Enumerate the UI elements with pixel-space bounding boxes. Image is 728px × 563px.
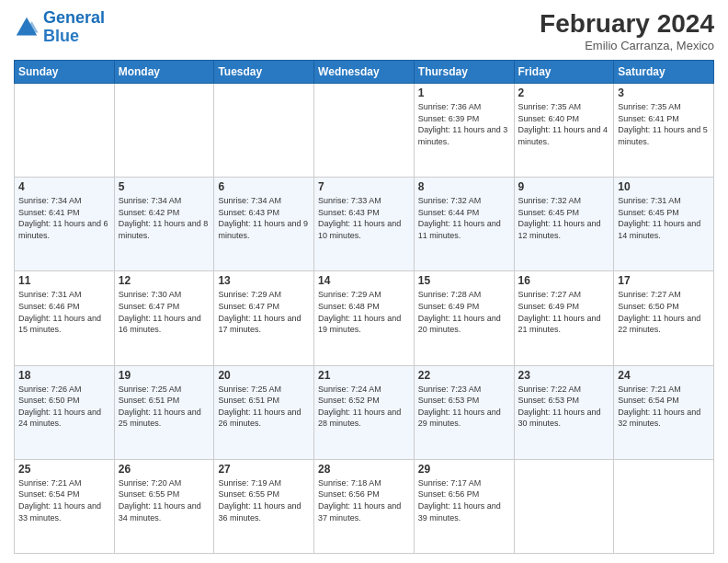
day-info: Sunrise: 7:21 AMSunset: 6:54 PMDaylight:… bbox=[18, 477, 110, 523]
day-info: Sunrise: 7:31 AMSunset: 6:46 PMDaylight:… bbox=[18, 289, 110, 335]
calendar-header-cell: Monday bbox=[114, 61, 214, 84]
day-number: 25 bbox=[18, 463, 110, 476]
day-number: 20 bbox=[218, 369, 310, 382]
calendar-day-cell: 9Sunrise: 7:32 AMSunset: 6:45 PMDaylight… bbox=[514, 178, 614, 271]
calendar-day-cell: 17Sunrise: 7:27 AMSunset: 6:50 PMDayligh… bbox=[614, 271, 714, 365]
day-info: Sunrise: 7:17 AMSunset: 6:56 PMDaylight:… bbox=[418, 477, 510, 523]
day-info: Sunrise: 7:21 AMSunset: 6:54 PMDaylight:… bbox=[618, 384, 710, 430]
day-info: Sunrise: 7:18 AMSunset: 6:56 PMDaylight:… bbox=[318, 477, 410, 523]
calendar-table: SundayMondayTuesdayWednesdayThursdayFrid… bbox=[14, 60, 714, 554]
calendar-day-cell: 10Sunrise: 7:31 AMSunset: 6:45 PMDayligh… bbox=[614, 178, 714, 271]
day-number: 18 bbox=[18, 369, 110, 382]
calendar-header-cell: Thursday bbox=[414, 61, 514, 84]
calendar-day-cell: 25Sunrise: 7:21 AMSunset: 6:54 PMDayligh… bbox=[15, 459, 115, 553]
calendar-day-cell: 15Sunrise: 7:28 AMSunset: 6:49 PMDayligh… bbox=[414, 271, 514, 365]
day-number: 6 bbox=[218, 180, 310, 193]
day-number: 9 bbox=[518, 180, 610, 193]
day-info: Sunrise: 7:35 AMSunset: 6:40 PMDaylight:… bbox=[518, 101, 610, 147]
day-number: 23 bbox=[518, 369, 610, 382]
day-number: 26 bbox=[119, 463, 210, 476]
day-number: 28 bbox=[318, 463, 410, 476]
calendar-day-cell: 24Sunrise: 7:21 AMSunset: 6:54 PMDayligh… bbox=[614, 365, 714, 459]
day-info: Sunrise: 7:29 AMSunset: 6:48 PMDaylight:… bbox=[318, 289, 410, 335]
day-number: 21 bbox=[318, 369, 410, 382]
calendar-day-cell bbox=[614, 459, 714, 553]
calendar-week-row: 18Sunrise: 7:26 AMSunset: 6:50 PMDayligh… bbox=[15, 365, 714, 459]
day-number: 24 bbox=[618, 369, 710, 382]
day-info: Sunrise: 7:34 AMSunset: 6:41 PMDaylight:… bbox=[18, 195, 110, 241]
day-info: Sunrise: 7:31 AMSunset: 6:45 PMDaylight:… bbox=[618, 195, 710, 241]
calendar-header-cell: Sunday bbox=[15, 61, 115, 84]
calendar-day-cell bbox=[514, 459, 614, 553]
day-number: 13 bbox=[218, 274, 310, 287]
day-number: 1 bbox=[418, 86, 510, 99]
day-info: Sunrise: 7:34 AMSunset: 6:42 PMDaylight:… bbox=[119, 195, 210, 241]
calendar-day-cell: 1Sunrise: 7:36 AMSunset: 6:39 PMDaylight… bbox=[414, 84, 514, 178]
calendar-day-cell: 23Sunrise: 7:22 AMSunset: 6:53 PMDayligh… bbox=[514, 365, 614, 459]
day-info: Sunrise: 7:26 AMSunset: 6:50 PMDaylight:… bbox=[18, 384, 110, 430]
logo: General Blue bbox=[14, 9, 105, 46]
day-info: Sunrise: 7:34 AMSunset: 6:43 PMDaylight:… bbox=[218, 195, 310, 241]
calendar-day-cell: 20Sunrise: 7:25 AMSunset: 6:51 PMDayligh… bbox=[214, 365, 314, 459]
calendar-day-cell: 21Sunrise: 7:24 AMSunset: 6:52 PMDayligh… bbox=[314, 365, 415, 459]
day-number: 19 bbox=[119, 369, 210, 382]
day-info: Sunrise: 7:27 AMSunset: 6:50 PMDaylight:… bbox=[618, 289, 710, 335]
day-number: 2 bbox=[518, 86, 610, 99]
day-number: 3 bbox=[618, 86, 710, 99]
calendar-day-cell: 11Sunrise: 7:31 AMSunset: 6:46 PMDayligh… bbox=[15, 271, 115, 365]
calendar-day-cell: 26Sunrise: 7:20 AMSunset: 6:55 PMDayligh… bbox=[114, 459, 214, 553]
calendar-week-row: 1Sunrise: 7:36 AMSunset: 6:39 PMDaylight… bbox=[15, 84, 714, 178]
calendar-day-cell: 13Sunrise: 7:29 AMSunset: 6:47 PMDayligh… bbox=[214, 271, 314, 365]
calendar-week-row: 11Sunrise: 7:31 AMSunset: 6:46 PMDayligh… bbox=[15, 271, 714, 365]
calendar-header-row: SundayMondayTuesdayWednesdayThursdayFrid… bbox=[15, 61, 714, 84]
day-number: 4 bbox=[18, 180, 110, 193]
day-info: Sunrise: 7:20 AMSunset: 6:55 PMDaylight:… bbox=[119, 477, 210, 523]
calendar-day-cell: 6Sunrise: 7:34 AMSunset: 6:43 PMDaylight… bbox=[214, 178, 314, 271]
calendar-day-cell bbox=[214, 84, 314, 178]
day-info: Sunrise: 7:32 AMSunset: 6:45 PMDaylight:… bbox=[518, 195, 610, 241]
calendar-day-cell: 3Sunrise: 7:35 AMSunset: 6:41 PMDaylight… bbox=[614, 84, 714, 178]
day-number: 17 bbox=[618, 274, 710, 287]
calendar-day-cell: 18Sunrise: 7:26 AMSunset: 6:50 PMDayligh… bbox=[15, 365, 115, 459]
calendar-day-cell: 19Sunrise: 7:25 AMSunset: 6:51 PMDayligh… bbox=[114, 365, 214, 459]
day-info: Sunrise: 7:28 AMSunset: 6:49 PMDaylight:… bbox=[418, 289, 510, 335]
day-number: 22 bbox=[418, 369, 510, 382]
day-number: 8 bbox=[418, 180, 510, 193]
calendar-header-cell: Wednesday bbox=[314, 61, 415, 84]
logo-text: General Blue bbox=[43, 9, 105, 46]
calendar-day-cell: 7Sunrise: 7:33 AMSunset: 6:43 PMDaylight… bbox=[314, 178, 415, 271]
day-number: 7 bbox=[318, 180, 410, 193]
day-number: 16 bbox=[518, 274, 610, 287]
logo-icon bbox=[14, 15, 40, 40]
day-info: Sunrise: 7:35 AMSunset: 6:41 PMDaylight:… bbox=[618, 101, 710, 147]
calendar-day-cell: 22Sunrise: 7:23 AMSunset: 6:53 PMDayligh… bbox=[414, 365, 514, 459]
calendar-header-cell: Saturday bbox=[614, 61, 714, 84]
calendar-day-cell: 27Sunrise: 7:19 AMSunset: 6:55 PMDayligh… bbox=[214, 459, 314, 553]
calendar-header-cell: Tuesday bbox=[214, 61, 314, 84]
day-number: 5 bbox=[119, 180, 210, 193]
calendar-header-cell: Friday bbox=[514, 61, 614, 84]
day-info: Sunrise: 7:19 AMSunset: 6:55 PMDaylight:… bbox=[218, 477, 310, 523]
calendar-day-cell bbox=[15, 84, 115, 178]
day-info: Sunrise: 7:23 AMSunset: 6:53 PMDaylight:… bbox=[418, 384, 510, 430]
day-number: 10 bbox=[618, 180, 710, 193]
calendar-day-cell: 28Sunrise: 7:18 AMSunset: 6:56 PMDayligh… bbox=[314, 459, 415, 553]
calendar-day-cell: 14Sunrise: 7:29 AMSunset: 6:48 PMDayligh… bbox=[314, 271, 415, 365]
page: General Blue February 2024 Emilio Carran… bbox=[0, 0, 728, 563]
subtitle: Emilio Carranza, Mexico bbox=[540, 39, 714, 52]
calendar-day-cell: 4Sunrise: 7:34 AMSunset: 6:41 PMDaylight… bbox=[15, 178, 115, 271]
calendar-day-cell bbox=[114, 84, 214, 178]
day-info: Sunrise: 7:22 AMSunset: 6:53 PMDaylight:… bbox=[518, 384, 610, 430]
day-info: Sunrise: 7:30 AMSunset: 6:47 PMDaylight:… bbox=[119, 289, 210, 335]
day-number: 29 bbox=[418, 463, 510, 476]
calendar-day-cell: 2Sunrise: 7:35 AMSunset: 6:40 PMDaylight… bbox=[514, 84, 614, 178]
day-number: 14 bbox=[318, 274, 410, 287]
calendar-day-cell: 16Sunrise: 7:27 AMSunset: 6:49 PMDayligh… bbox=[514, 271, 614, 365]
calendar-week-row: 25Sunrise: 7:21 AMSunset: 6:54 PMDayligh… bbox=[15, 459, 714, 553]
calendar-day-cell: 5Sunrise: 7:34 AMSunset: 6:42 PMDaylight… bbox=[114, 178, 214, 271]
day-info: Sunrise: 7:33 AMSunset: 6:43 PMDaylight:… bbox=[318, 195, 410, 241]
main-title: February 2024 bbox=[540, 9, 714, 39]
day-number: 12 bbox=[119, 274, 210, 287]
day-info: Sunrise: 7:24 AMSunset: 6:52 PMDaylight:… bbox=[318, 384, 410, 430]
day-info: Sunrise: 7:29 AMSunset: 6:47 PMDaylight:… bbox=[218, 289, 310, 335]
